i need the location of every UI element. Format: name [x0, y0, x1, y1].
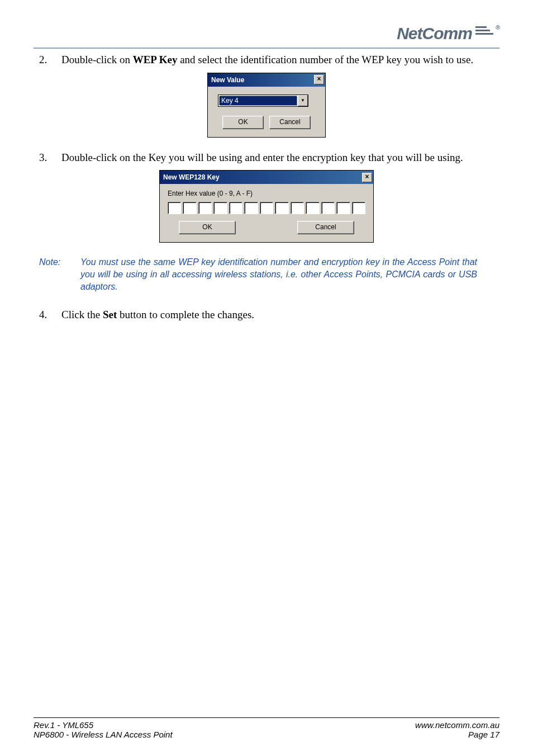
step-4-bold: Set: [103, 309, 117, 320]
footer-url: www.netcomm.com.au: [415, 720, 499, 730]
footer-product: NP6800 - Wireless LAN Access Point: [34, 730, 173, 739]
brand-name: NetComm: [397, 24, 472, 43]
dialog-1-wrap: New Value × Key 4 ▼ OK Cancel: [34, 73, 499, 138]
hex-label: Enter Hex value (0 - 9, A - F): [168, 190, 365, 197]
chevron-down-icon[interactable]: ▼: [298, 95, 308, 106]
ok-button[interactable]: OK: [222, 116, 264, 129]
dialog-1-titlebar: New Value ×: [208, 73, 325, 87]
dialog-2-body: Enter Hex value (0 - 9, A - F) OK Cancel: [160, 184, 373, 242]
dialog-2-wrap: New WEP128 Key × Enter Hex value (0 - 9,…: [34, 170, 499, 243]
wep-key-select-value: Key 4: [219, 96, 297, 106]
hex-cell[interactable]: [275, 202, 288, 214]
header: NetComm ®: [34, 20, 499, 49]
dialog-1-body: Key 4 ▼ OK Cancel: [208, 87, 325, 137]
step-3-num: 3.: [34, 151, 61, 165]
hex-cell[interactable]: [321, 202, 335, 214]
hex-cell[interactable]: [168, 202, 181, 214]
step-2-body: Double-click on WEP Key and select the i…: [61, 53, 499, 67]
step-3: 3. Double-click on the Key you will be u…: [34, 151, 499, 165]
step-4-num: 4.: [34, 308, 61, 322]
dialog-1-title: New Value: [211, 76, 244, 84]
hex-cell[interactable]: [291, 202, 304, 214]
cancel-button[interactable]: Cancel: [269, 116, 311, 129]
hex-cell[interactable]: [229, 202, 242, 214]
step-4-pre: Click the: [61, 309, 103, 320]
ok-button[interactable]: OK: [179, 221, 236, 234]
note-label: Note:: [34, 256, 80, 292]
dialog-1-buttons: OK Cancel: [218, 116, 315, 129]
hex-cell[interactable]: [244, 202, 258, 214]
hex-cell[interactable]: [352, 202, 365, 214]
note-text: You must use the same WEP key identifica…: [80, 256, 477, 292]
step-2: 2. Double-click on WEP Key and select th…: [34, 53, 499, 67]
dialog-2-buttons: OK Cancel: [168, 221, 365, 234]
hex-cell[interactable]: [306, 202, 319, 214]
brand-bars-icon: [475, 26, 493, 35]
hex-cell[interactable]: [336, 202, 350, 214]
close-icon[interactable]: ×: [362, 173, 372, 182]
brand-logo: NetComm ®: [397, 24, 499, 43]
hex-cell[interactable]: [183, 202, 196, 214]
footer-rev: Rev.1 - YML655: [34, 720, 173, 730]
step-4-body: Click the Set button to complete the cha…: [61, 308, 499, 322]
step-4: 4. Click the Set button to complete the …: [34, 308, 499, 322]
step-2-pre: Double-click on: [61, 54, 133, 65]
footer-page: Page 17: [415, 730, 499, 739]
hex-cell[interactable]: [260, 202, 273, 214]
note-block: Note: You must use the same WEP key iden…: [34, 256, 477, 292]
hex-cell[interactable]: [198, 202, 212, 214]
hex-cell[interactable]: [213, 202, 227, 214]
brand-registered: ®: [496, 24, 499, 31]
footer-right: www.netcomm.com.au Page 17: [415, 720, 499, 739]
step-2-bold: WEP Key: [133, 54, 178, 65]
dialog-new-wep128: New WEP128 Key × Enter Hex value (0 - 9,…: [159, 170, 374, 243]
step-3-body: Double-click on the Key you will be usin…: [61, 151, 499, 165]
cancel-button[interactable]: Cancel: [297, 221, 354, 234]
close-icon[interactable]: ×: [314, 75, 324, 84]
dialog-2-titlebar: New WEP128 Key ×: [160, 171, 373, 184]
wep-key-select[interactable]: Key 4 ▼: [218, 94, 308, 107]
footer: Rev.1 - YML655 NP6800 - Wireless LAN Acc…: [34, 717, 499, 739]
hex-input-row: [168, 202, 365, 214]
step-2-num: 2.: [34, 53, 61, 67]
dialog-2-title: New WEP128 Key: [163, 173, 220, 181]
step-2-post: and select the identification number of …: [177, 54, 473, 65]
footer-left: Rev.1 - YML655 NP6800 - Wireless LAN Acc…: [34, 720, 173, 739]
dialog-new-value: New Value × Key 4 ▼ OK Cancel: [207, 73, 326, 138]
step-4-post: button to complete the changes.: [117, 309, 254, 320]
